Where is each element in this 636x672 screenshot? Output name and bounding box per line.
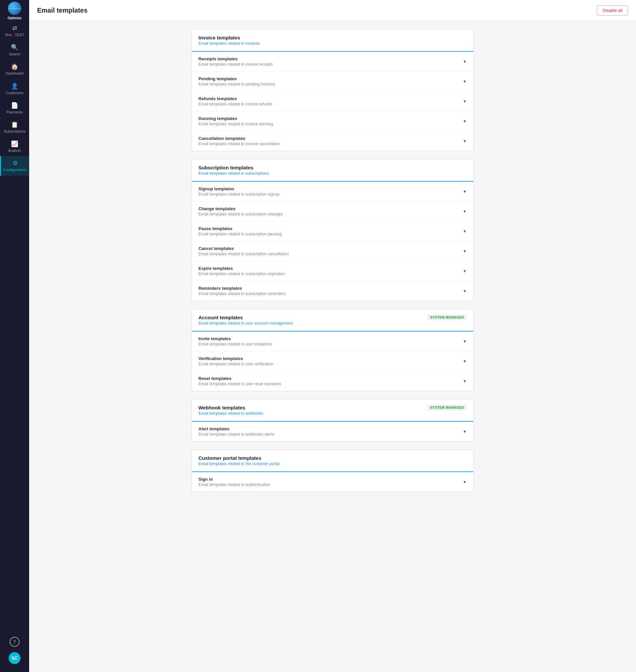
logo-globe-icon [8, 2, 21, 15]
system-managed-badge-account: SYSTEM MANAGED [427, 314, 467, 320]
section-subtitle-account: Email templates related to user account … [198, 321, 293, 326]
chevron-down-icon: ▼ [463, 189, 467, 194]
template-row[interactable]: Dunning templates Email templates relate… [192, 111, 473, 131]
template-row[interactable]: Sign in Email templates related to authe… [192, 472, 473, 492]
template-name: Reset templates [198, 376, 281, 381]
template-info: Reminders templates Email templates rela… [198, 286, 285, 296]
template-row[interactable]: Expire templates Email templates related… [192, 261, 473, 281]
template-desc: Email templates related to user verifica… [198, 362, 273, 366]
template-row[interactable]: Cancel templates Email templates related… [192, 241, 473, 261]
payments-icon: 📄 [11, 102, 18, 109]
system-managed-badge-webhook: SYSTEM MANAGED [427, 405, 467, 410]
sidebar-item-label-payments: Payments [7, 110, 23, 114]
section-invoice: Invoice templates Email templates relate… [192, 29, 474, 151]
template-name: Cancel templates [198, 246, 289, 251]
chevron-down-icon: ▼ [463, 289, 467, 293]
chevron-down-icon: ▼ [463, 480, 467, 484]
test-icon: ⇄ [12, 24, 17, 32]
template-name: Pause templates [198, 226, 282, 231]
template-row[interactable]: Alert templates Email templates related … [192, 422, 473, 441]
template-row[interactable]: Pause templates Email templates related … [192, 222, 473, 241]
template-info: Refunds templates Email templates relate… [198, 96, 272, 107]
section-subtitle-subscription: Email templates related to subscriptions [198, 171, 269, 176]
section-title-webhook: Webhook templates [198, 405, 263, 410]
sidebar-item-customers[interactable]: 👤 Customers [0, 79, 29, 98]
subscriptions-icon: 📋 [11, 121, 18, 128]
sidebar-item-configurations[interactable]: ⚙ Configurations [0, 156, 29, 175]
sidebar: Optimize ⇄ Test - TEST 🔍 Search 🏠 Dashbo… [0, 0, 29, 672]
disable-all-button[interactable]: Disable all [597, 5, 628, 16]
chevron-down-icon: ▼ [463, 269, 467, 273]
template-info: Signup templates Email templates related… [198, 186, 280, 197]
template-info: Expire templates Email templates related… [198, 266, 285, 276]
template-info: Verification templates Email templates r… [198, 356, 273, 366]
chevron-down-icon: ▼ [463, 59, 467, 64]
chevron-down-icon: ▼ [463, 359, 467, 364]
section-title-subscription: Subscription templates [198, 165, 269, 170]
sidebar-item-label-configurations: Configurations [3, 168, 27, 172]
sidebar-item-test[interactable]: ⇄ Test - TEST [0, 21, 29, 40]
template-name: Signup templates [198, 186, 280, 191]
template-desc: Email templates related to invoice dunni… [198, 122, 273, 126]
sidebar-item-payments[interactable]: 📄 Payments [0, 98, 29, 118]
sidebar-logo[interactable]: Optimize [0, 0, 29, 21]
template-desc: Email templates related to subscription … [198, 252, 289, 256]
template-row[interactable]: Pending templates Email templates relate… [192, 72, 473, 92]
template-name: Change templates [198, 206, 283, 211]
template-desc: Email templates related to subscription … [198, 212, 283, 216]
template-row[interactable]: Reminders templates Email templates rela… [192, 281, 473, 301]
template-info: Change templates Email templates related… [198, 206, 283, 216]
sidebar-item-dashboard[interactable]: 🏠 Dashboard [0, 60, 29, 79]
chevron-down-icon: ▼ [463, 209, 467, 214]
help-icon[interactable]: ? [9, 637, 20, 647]
chevron-down-icon: ▼ [463, 139, 467, 143]
template-row[interactable]: Verification templates Email templates r… [192, 351, 473, 371]
template-desc: Email templates related to invoice cance… [198, 141, 280, 146]
section-header-text-invoice: Invoice templates Email templates relate… [198, 35, 260, 46]
template-row[interactable]: Change templates Email templates related… [192, 201, 473, 222]
avatar[interactable]: SC [8, 652, 21, 664]
dashboard-icon: 🏠 [11, 63, 18, 70]
customers-icon: 👤 [11, 82, 18, 90]
sidebar-item-label-subscriptions: Subscriptions [4, 129, 25, 134]
template-desc: Email templates related to authenticatio… [198, 482, 270, 487]
sidebar-nav: ⇄ Test - TEST 🔍 Search 🏠 Dashboard 👤 Cus… [0, 21, 29, 634]
section-header-text-webhook: Webhook templates Email templates relate… [198, 405, 263, 416]
section-header-subscription: Subscription templates Email templates r… [192, 159, 473, 182]
template-desc: Email templates related to subscription … [198, 291, 285, 296]
template-row[interactable]: Receipts templates Email templates relat… [192, 52, 473, 72]
chevron-down-icon: ▼ [463, 79, 467, 84]
sidebar-bottom: ? SC [0, 634, 29, 672]
template-row[interactable]: Cancellation templates Email templates r… [192, 131, 473, 151]
template-name: Pending templates [198, 76, 275, 81]
template-info: Reset templates Email templates related … [198, 376, 281, 386]
template-row[interactable]: Signup templates Email templates related… [192, 182, 473, 201]
section-title-invoice: Invoice templates [198, 35, 260, 40]
chevron-down-icon: ▼ [463, 229, 467, 234]
template-row[interactable]: Invite templates Email templates related… [192, 331, 473, 351]
section-subtitle-webhook: Email templates related to webhooks [198, 411, 263, 416]
template-name: Expire templates [198, 266, 285, 271]
template-name: Refunds templates [198, 96, 272, 101]
template-row[interactable]: Reset templates Email templates related … [192, 371, 473, 391]
search-icon: 🔍 [11, 44, 18, 51]
section-header-text-subscription: Subscription templates Email templates r… [198, 165, 269, 176]
sidebar-item-subscriptions[interactable]: 📋 Subscriptions [0, 118, 29, 137]
template-desc: Email templates related to pending invoi… [198, 82, 275, 87]
sidebar-item-label-analyze: Analyze [8, 149, 21, 153]
template-info: Invite templates Email templates related… [198, 336, 272, 346]
template-name: Verification templates [198, 356, 273, 361]
section-subscription: Subscription templates Email templates r… [192, 159, 474, 301]
section-header-text-customer-portal: Customer portal templates Email template… [198, 455, 280, 466]
template-row[interactable]: Refunds templates Email templates relate… [192, 92, 473, 111]
template-name: Receipts templates [198, 56, 273, 61]
top-bar: Email templates Disable all [29, 0, 636, 21]
template-info: Alert templates Email templates related … [198, 426, 274, 437]
sidebar-item-analyze[interactable]: 📈 Analyze [0, 137, 29, 156]
section-header-webhook: Webhook templates Email templates relate… [192, 400, 473, 422]
chevron-down-icon: ▼ [463, 429, 467, 434]
chevron-down-icon: ▼ [463, 249, 467, 254]
sidebar-item-search[interactable]: 🔍 Search [0, 40, 29, 60]
template-name: Cancellation templates [198, 136, 280, 141]
template-desc: Email templates related to invoice refun… [198, 102, 272, 107]
